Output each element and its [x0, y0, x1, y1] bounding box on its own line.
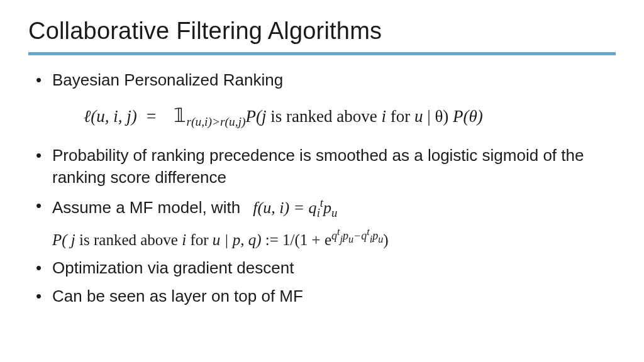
- eq4-u1: u: [348, 234, 353, 245]
- eq3-sub-u: u: [331, 206, 337, 219]
- bullet-list: Bayesian Personalized Ranking ℓ(u, i, j)…: [36, 69, 616, 307]
- equation-block-1: ℓ(u, i, j) = 𝟙r(u,i)>r(u,j)P(j is ranked…: [84, 102, 616, 131]
- eq1-indicator-sub: r(u,i)>r(u,j): [186, 115, 245, 128]
- equation-block-4: P( j is ranked above i for u | p, q) := …: [52, 226, 616, 251]
- eq1-lhs: ℓ(u, i, j) =: [84, 107, 157, 126]
- eq4-exponent: qtjpu−qtipu: [331, 229, 383, 242]
- eq1-ptheta: P(θ): [448, 107, 483, 126]
- title-divider: [28, 52, 616, 55]
- eq4-q2: q: [361, 229, 367, 242]
- bullet-item: Can be seen as layer on top of MF: [36, 285, 616, 307]
- eq4-for: for: [186, 231, 213, 248]
- bullet-text: Assume a MF model, with: [52, 198, 253, 217]
- bullet-text: Probability of ranking precedence is smo…: [52, 146, 584, 187]
- eq1-for: for: [386, 107, 414, 126]
- bullet-item: Bayesian Personalized Ranking ℓ(u, i, j)…: [36, 69, 616, 131]
- eq4-pj: P( j: [52, 231, 75, 248]
- bullet-item: Assume a MF model, with f(u, i) = qitpu …: [36, 195, 616, 251]
- indicator-symbol: 𝟙: [174, 104, 186, 126]
- eq4-q1: q: [331, 229, 337, 242]
- eq3-p: p: [323, 199, 331, 217]
- bullet-text: Bayesian Personalized Ranking: [52, 70, 283, 89]
- bullet-text: Optimization via gradient descent: [52, 258, 294, 277]
- eq3-f: f(u, i) = q: [253, 199, 316, 217]
- eq4-u: u: [213, 231, 221, 248]
- eq1-u: u: [414, 107, 423, 126]
- bullet-item: Probability of ranking precedence is smo…: [36, 145, 616, 189]
- eq4-close: ): [383, 231, 388, 248]
- bullet-item: Optimization via gradient descent: [36, 257, 616, 279]
- eq4-p1: p: [343, 229, 348, 242]
- eq1-i: i: [381, 107, 386, 126]
- slide-title: Collaborative Filtering Algorithms: [28, 18, 616, 45]
- eq4-text: is ranked above: [75, 231, 182, 248]
- eq4-bar: | p, q): [220, 231, 261, 248]
- eq1-pj: P(j: [246, 107, 267, 126]
- equation-inline-3: f(u, i) = qitpu: [253, 199, 337, 217]
- eq1-bar-theta: | θ): [423, 107, 448, 126]
- bullet-text: Can be seen as layer on top of MF: [52, 287, 303, 305]
- eq4-p2: p: [372, 229, 378, 242]
- eq1-text: is ranked above: [267, 107, 382, 126]
- eq4-def: := 1/(1 + e: [262, 231, 332, 248]
